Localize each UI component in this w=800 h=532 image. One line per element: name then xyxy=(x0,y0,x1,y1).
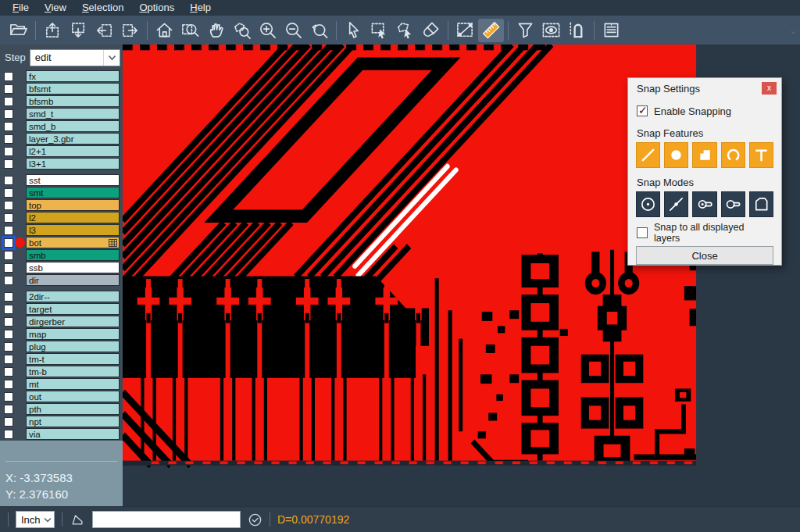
layer-visibility-checkbox[interactable] xyxy=(4,405,13,414)
clear-button[interactable] xyxy=(418,19,444,42)
layer-visibility-checkbox[interactable] xyxy=(4,84,13,94)
layer-row-2dir--[interactable]: 2dir-- xyxy=(0,291,123,302)
layer-visibility-checkbox[interactable] xyxy=(4,147,13,156)
layer-row-ssb[interactable]: ssb xyxy=(0,262,123,273)
layer-row-fx[interactable]: fx xyxy=(0,70,123,82)
layer-row-npt[interactable]: npt xyxy=(0,416,123,427)
menu-help[interactable]: Help xyxy=(182,0,219,16)
layer-visibility-checkbox[interactable] xyxy=(4,251,13,260)
layer-row-l3+1[interactable]: l3+1 xyxy=(0,158,123,170)
snap-feature-text-button[interactable] xyxy=(749,142,773,168)
layer-visibility-checkbox[interactable] xyxy=(4,109,13,119)
layer-name[interactable]: bfsmb xyxy=(26,95,120,107)
layer-row-tm-b[interactable]: tm-b xyxy=(0,366,123,377)
view-options-button[interactable] xyxy=(538,19,564,42)
layer-row-bot[interactable]: bot xyxy=(0,237,123,248)
zoom-in-button[interactable] xyxy=(255,19,280,42)
layer-visibility-checkbox[interactable] xyxy=(4,317,13,327)
zoom-home-button[interactable] xyxy=(152,19,177,42)
layer-name[interactable]: tm-t xyxy=(26,353,120,365)
layer-row-bfsmt[interactable]: bfsmt xyxy=(0,83,123,95)
layer-visibility-checkbox[interactable] xyxy=(4,188,13,198)
layer-name[interactable]: ssb xyxy=(26,262,120,273)
layer-row-layer_3.gbr[interactable]: layer_3.gbr xyxy=(0,133,123,145)
select-rectangle-button[interactable] xyxy=(366,19,392,42)
filter-button[interactable] xyxy=(512,19,538,42)
snap-feature-arc-button[interactable] xyxy=(721,142,745,168)
layer-name[interactable]: pth xyxy=(26,403,120,415)
snap-mode-slot-outline-button[interactable] xyxy=(721,191,745,217)
layer-visibility-checkbox[interactable] xyxy=(4,72,13,81)
snap-feature-line-button[interactable] xyxy=(636,142,660,168)
layer-visibility-checkbox[interactable] xyxy=(4,97,13,106)
measure-line-button[interactable] xyxy=(452,19,478,42)
layer-name[interactable]: tm-b xyxy=(26,366,120,377)
close-button[interactable]: Close xyxy=(636,246,773,265)
snap-mode-line-point-button[interactable] xyxy=(664,191,688,217)
zoom-window-button[interactable] xyxy=(177,19,203,42)
toolbar-overflow-icon[interactable]: ⌄ xyxy=(789,25,797,36)
layer-visibility-checkbox[interactable] xyxy=(4,201,13,210)
layer-visibility-checkbox[interactable] xyxy=(4,417,13,427)
zoom-out-button[interactable] xyxy=(280,19,306,42)
select-cursor-button[interactable] xyxy=(341,19,366,42)
step-select[interactable]: edit xyxy=(30,49,120,66)
layer-visibility-checkbox[interactable] xyxy=(4,238,13,248)
layer-row-top[interactable]: top xyxy=(0,199,123,211)
snap-button[interactable] xyxy=(564,19,590,42)
zoom-polygon-button[interactable] xyxy=(229,19,255,42)
layer-row-smt[interactable]: smt xyxy=(0,187,123,198)
layer-name[interactable]: fx xyxy=(26,70,120,82)
layer-name[interactable]: l2+1 xyxy=(26,145,120,157)
layer-name[interactable]: sst xyxy=(26,174,120,186)
layer-name[interactable]: bot xyxy=(26,237,120,248)
layer-row-plug[interactable]: plug xyxy=(0,341,123,352)
snap-all-layers-checkbox[interactable] xyxy=(637,227,648,238)
layer-row-bfsmb[interactable]: bfsmb xyxy=(0,95,123,107)
layer-row-smb[interactable]: smb xyxy=(0,249,123,261)
apply-refresh-icon[interactable] xyxy=(248,512,262,527)
measure-input[interactable] xyxy=(92,511,241,528)
import-left-button[interactable] xyxy=(91,19,117,42)
snap-feature-pad-button[interactable] xyxy=(664,142,688,168)
layer-visibility-checkbox[interactable] xyxy=(4,305,13,314)
layer-visibility-checkbox[interactable] xyxy=(4,134,13,144)
layer-visibility-checkbox[interactable] xyxy=(4,380,13,389)
layer-row-out[interactable]: out xyxy=(0,391,123,402)
layer-visibility-checkbox[interactable] xyxy=(4,430,13,439)
import-up-button[interactable] xyxy=(40,19,66,42)
layer-name[interactable]: smd_t xyxy=(26,108,120,120)
dialog-close-icon[interactable]: x xyxy=(762,82,777,95)
layer-name[interactable]: dirgerber xyxy=(26,316,120,327)
layer-name[interactable]: target xyxy=(26,303,120,315)
select-polygon-button[interactable] xyxy=(392,19,418,42)
layer-name[interactable]: smb xyxy=(26,249,120,261)
layer-grid-icon[interactable] xyxy=(109,239,117,247)
menu-file[interactable]: File xyxy=(5,0,37,16)
layer-name[interactable]: smd_b xyxy=(26,120,120,132)
zoom-previous-button[interactable] xyxy=(306,19,332,42)
import-right-button[interactable] xyxy=(117,19,143,42)
layer-row-dirgerber[interactable]: dirgerber xyxy=(0,316,123,327)
layer-row-l2[interactable]: l2 xyxy=(0,212,123,223)
layer-row-sst[interactable]: sst xyxy=(0,174,123,186)
layer-visibility-checkbox[interactable] xyxy=(4,292,13,302)
layer-name[interactable]: l2 xyxy=(26,212,120,223)
menu-options[interactable]: Options xyxy=(131,0,182,16)
layer-name[interactable]: l3 xyxy=(26,224,120,236)
layer-visibility-checkbox[interactable] xyxy=(4,276,13,285)
layer-visibility-checkbox[interactable] xyxy=(4,263,13,273)
snap-feature-surface-button[interactable] xyxy=(692,142,716,168)
layer-visibility-checkbox[interactable] xyxy=(4,122,13,131)
layer-name[interactable]: via xyxy=(26,428,120,440)
layer-row-l2+1[interactable]: l2+1 xyxy=(0,145,123,157)
unit-select[interactable]: Inch xyxy=(16,511,55,528)
snap-mode-pad-slot-button[interactable] xyxy=(692,191,716,217)
layer-name[interactable]: dir xyxy=(26,274,120,286)
snap-mode-contour-button[interactable] xyxy=(749,191,773,217)
layer-visibility-checkbox[interactable] xyxy=(4,367,13,377)
layer-row-smd_b[interactable]: smd_b xyxy=(0,120,123,132)
dialog-title-bar[interactable]: Snap Settings x xyxy=(628,78,781,95)
layer-name[interactable]: 2dir-- xyxy=(26,291,120,302)
menu-selection[interactable]: Selection xyxy=(74,0,131,16)
